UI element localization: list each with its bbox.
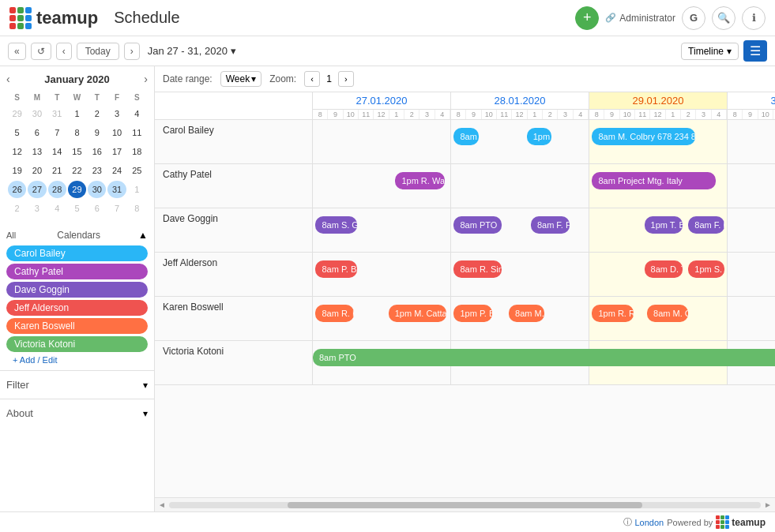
mini-cal-day[interactable]: 17 — [107, 143, 126, 160]
mini-cal-day[interactable]: 20 — [28, 162, 46, 179]
mini-cal-day[interactable]: 14 — [48, 143, 66, 160]
calendar-item[interactable]: Dave Goggin — [6, 282, 148, 298]
mini-cal-day[interactable]: 4 — [48, 200, 66, 217]
mini-cal-next[interactable]: › — [144, 73, 148, 85]
range-select[interactable]: Week ▾ — [220, 71, 261, 87]
all-calendars-link[interactable]: All — [6, 230, 16, 240]
event-bar[interactable]: 8am S. Gome — [315, 216, 356, 234]
mini-cal-day[interactable]: 6 — [28, 124, 46, 141]
event-bar[interactable]: 8am R. Singh — [453, 260, 502, 278]
mini-cal-day[interactable]: 10 — [107, 124, 126, 141]
event-bar[interactable]: 1pm M. Cattar — [389, 305, 446, 322]
today-button[interactable]: Today — [77, 43, 119, 60]
mini-cal-day[interactable]: 1 — [128, 181, 146, 198]
about-header[interactable]: About ▾ — [6, 404, 148, 422]
mini-cal-day[interactable]: 6 — [88, 200, 106, 217]
mini-cal-day[interactable]: 29 — [8, 105, 26, 122]
mini-cal-day[interactable]: 26 — [8, 181, 26, 198]
mini-cal-day[interactable]: 5 — [68, 200, 86, 217]
mini-cal-day[interactable]: 2 — [88, 105, 106, 122]
logo-icon — [9, 7, 32, 29]
mini-cal-day[interactable]: 7 — [107, 200, 126, 217]
event-bar[interactable]: 8am D. Thiem — [645, 260, 683, 278]
event-bar[interactable]: 1pm R. Rajiv D — [592, 305, 633, 322]
hour-tick: 11 — [497, 110, 512, 119]
mini-cal-day[interactable]: 25 — [128, 162, 146, 179]
event-bar[interactable]: 1pm D. Thiem — [527, 128, 551, 145]
calendar-item[interactable]: Cathy Patel — [6, 264, 148, 279]
event-bar[interactable]: 8am R. Rajiv D — [315, 305, 354, 322]
mini-cal-day[interactable]: 30 — [28, 105, 46, 122]
mini-cal-day[interactable]: 11 — [128, 124, 146, 141]
mini-cal-day[interactable]: 30 — [88, 181, 106, 198]
mini-cal-day[interactable]: 24 — [107, 162, 126, 179]
mini-cal-day[interactable]: 23 — [88, 162, 106, 179]
mini-cal-day[interactable]: 8 — [128, 200, 146, 217]
event-bar[interactable]: 1pm R. Waten — [395, 172, 445, 189]
event-bar[interactable]: 8am F. Piccar — [688, 216, 724, 234]
mini-cal-day[interactable]: 12 — [8, 143, 26, 160]
powered-by-text: Powered by — [667, 518, 713, 527]
forward-button[interactable]: › — [124, 43, 140, 60]
mini-cal-day[interactable]: 31 — [107, 181, 126, 198]
event-bar[interactable]: 8am S. Halep — [453, 128, 478, 145]
mini-cal-day[interactable]: 19 — [8, 162, 26, 179]
mini-cal-day[interactable]: 29 — [68, 181, 86, 198]
event-bar[interactable]: 1pm P. Bersie — [453, 305, 492, 322]
mini-cal-day[interactable]: 4 — [128, 105, 146, 122]
filter-header[interactable]: Filter ▾ — [6, 376, 148, 394]
admin-link[interactable]: 🔗 Administrator — [605, 13, 675, 24]
mini-cal-day[interactable]: 31 — [48, 105, 66, 122]
mini-cal-day[interactable]: 3 — [107, 105, 126, 122]
info-button[interactable]: ℹ — [742, 6, 766, 30]
mini-cal-day[interactable]: 5 — [8, 124, 26, 141]
mini-cal-day[interactable]: 13 — [28, 143, 46, 160]
mini-cal-prev[interactable]: ‹ — [6, 73, 10, 85]
mini-cal-day[interactable]: 2 — [8, 200, 26, 217]
refresh-button[interactable]: ↺ — [31, 43, 51, 60]
search-button[interactable]: 🔍 — [712, 6, 735, 30]
mini-cal-day[interactable]: 16 — [88, 143, 106, 160]
hour-tick: 10 — [344, 110, 359, 119]
event-bar[interactable]: 1pm T. Brando — [645, 216, 683, 234]
mini-cal-day[interactable]: 27 — [28, 181, 46, 198]
event-bar[interactable]: 8am Project Mtg. Italy — [592, 172, 716, 189]
mini-cal-day[interactable]: 8 — [68, 124, 86, 141]
zoom-prev-button[interactable]: ‹ — [304, 71, 320, 87]
calendar-item[interactable]: Victoria Kotoni — [6, 336, 148, 352]
event-bar[interactable]: 1pm S. Halep — [688, 260, 724, 278]
mini-cal-day[interactable]: 21 — [48, 162, 66, 179]
timeline-button[interactable]: Timeline ▾ — [681, 43, 739, 60]
add-button[interactable]: + — [575, 6, 599, 30]
mini-cal-day[interactable]: 1 — [68, 105, 86, 122]
mini-cal-day[interactable]: 15 — [68, 143, 86, 160]
menu-button[interactable]: ☰ — [743, 40, 767, 62]
event-bar[interactable]: 8am M. Duval — [509, 305, 544, 322]
google-button[interactable]: G — [682, 6, 705, 30]
timeline-container[interactable]: 27.01.202089101112123428.01.202089101112… — [155, 92, 775, 497]
mini-cal-day[interactable]: 28 — [48, 181, 66, 198]
calendar-item[interactable]: Karen Boswell — [6, 318, 148, 334]
event-bar[interactable]: 8am PTO — [313, 349, 775, 366]
mini-cal-day[interactable]: 22 — [68, 162, 86, 179]
mini-cal-day[interactable]: 9 — [88, 124, 106, 141]
back-button[interactable]: ‹ — [56, 43, 72, 60]
mini-cal-day[interactable]: 18 — [128, 143, 146, 160]
event-bar[interactable]: 8am P. Bolton — [315, 260, 356, 278]
label-spacer — [155, 92, 313, 119]
event-bar[interactable]: 8am F. Piccar — [531, 216, 570, 234]
filter-collapse-icon: ▾ — [143, 380, 148, 391]
event-bar[interactable]: 8am M. Colbry 678 234 8878 — [592, 128, 695, 145]
calendars-collapse-icon[interactable]: ▲ — [138, 230, 148, 241]
mini-cal-day[interactable]: 7 — [48, 124, 66, 141]
event-bar[interactable]: 8am PTO — [453, 216, 502, 234]
mini-cal-day[interactable]: 3 — [28, 200, 46, 217]
calendar-item[interactable]: Jeff Alderson — [6, 300, 148, 316]
location-link[interactable]: London — [635, 518, 664, 527]
zoom-next-button[interactable]: › — [338, 71, 354, 87]
scrollbar-area[interactable]: ◄ ► — [155, 497, 775, 511]
calendar-item[interactable]: Carol Bailey — [6, 245, 148, 261]
add-edit-link[interactable]: + Add / Edit — [6, 353, 64, 367]
prev-prev-button[interactable]: « — [8, 43, 26, 60]
event-bar[interactable]: 8am M. Cattar — [647, 305, 688, 322]
